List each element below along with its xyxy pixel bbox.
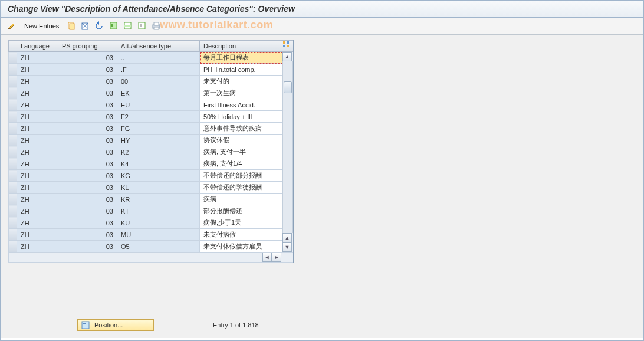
data-grid[interactable]: Language PS grouping Att./absence type D…	[8, 40, 293, 263]
cell-description[interactable]: First Illness Accid.	[200, 99, 282, 111]
cell-ps-grouping[interactable]: 03	[58, 52, 117, 64]
cell-language[interactable]: ZH	[17, 52, 58, 64]
cell-ps-grouping[interactable]: 03	[58, 123, 117, 135]
table-row[interactable]: ZH03KG不带偿还的部分报酬	[9, 170, 293, 182]
table-row[interactable]: ZH03.FPH illn.total comp.	[9, 64, 293, 76]
cell-language[interactable]: ZH	[17, 111, 58, 123]
cell-att-type[interactable]: O5	[117, 241, 200, 253]
cell-att-type[interactable]: EU	[117, 99, 200, 111]
cell-description[interactable]: 疾病, 支付1/4	[200, 158, 282, 170]
cell-language[interactable]: ZH	[17, 158, 58, 170]
cell-language[interactable]: ZH	[17, 135, 58, 146]
cell-description[interactable]: 疾病	[200, 194, 282, 205]
cell-att-type[interactable]: ..	[117, 52, 200, 64]
table-row[interactable]: ZH03KT部分报酬偿还	[9, 205, 293, 217]
cell-language[interactable]: ZH	[17, 87, 58, 99]
cell-ps-grouping[interactable]: 03	[58, 146, 117, 158]
cell-att-type[interactable]: KL	[117, 182, 200, 194]
row-selector[interactable]	[9, 158, 17, 170]
select-block-icon[interactable]	[123, 21, 133, 31]
copy-as-icon[interactable]	[66, 21, 77, 31]
cell-att-type[interactable]: .F	[117, 64, 200, 76]
cell-language[interactable]: ZH	[17, 194, 58, 205]
table-row[interactable]: ZH0300未支付的	[9, 76, 293, 87]
cell-description[interactable]: 意外事件导致的疾病	[200, 123, 282, 135]
table-row[interactable]: ZH03K4疾病, 支付1/4	[9, 158, 293, 170]
cell-ps-grouping[interactable]: 03	[58, 229, 117, 241]
row-selector[interactable]	[9, 241, 17, 253]
cell-description[interactable]: 不带偿还的学徒报酬	[200, 182, 282, 194]
cell-ps-grouping[interactable]: 03	[58, 135, 117, 146]
cell-description[interactable]: 部分报酬偿还	[200, 205, 282, 217]
cell-ps-grouping[interactable]: 03	[58, 182, 117, 194]
cell-ps-grouping[interactable]: 03	[58, 111, 117, 123]
cell-att-type[interactable]: MU	[117, 229, 200, 241]
cell-att-type[interactable]: KU	[117, 217, 200, 229]
cell-ps-grouping[interactable]: 03	[58, 76, 117, 87]
row-selector[interactable]	[9, 170, 17, 182]
cell-ps-grouping[interactable]: 03	[58, 64, 117, 76]
cell-ps-grouping[interactable]: 03	[58, 217, 117, 229]
row-selector[interactable]	[9, 217, 17, 229]
table-row[interactable]: ZH03K2疾病, 支付一半	[9, 146, 293, 158]
row-selector[interactable]	[9, 123, 17, 135]
table-row[interactable]: ZH03F2 50% Holiday + Ill	[9, 111, 293, 123]
deselect-all-icon[interactable]	[137, 21, 147, 31]
cell-language[interactable]: ZH	[17, 229, 58, 241]
table-row[interactable]: ZH03FG意外事件导致的疾病	[9, 123, 293, 135]
scroll-down-icon[interactable]: ▲	[282, 233, 292, 242]
table-row[interactable]: ZH03KU病假,少于1天	[9, 217, 293, 229]
cell-att-type[interactable]: 00	[117, 76, 200, 87]
table-row[interactable]: ZH03MU未支付病假	[9, 229, 293, 241]
cell-description[interactable]: 疾病, 支付一半	[200, 146, 282, 158]
col-header-description[interactable]: Description	[200, 41, 282, 52]
cell-ps-grouping[interactable]: 03	[58, 241, 117, 253]
cell-att-type[interactable]: HY	[117, 135, 200, 146]
delete-icon[interactable]	[80, 21, 91, 31]
row-selector[interactable]	[9, 135, 17, 146]
row-selector[interactable]	[9, 87, 17, 99]
cell-ps-grouping[interactable]: 03	[58, 205, 117, 217]
row-selector[interactable]	[9, 76, 17, 87]
row-selector[interactable]	[9, 205, 17, 217]
table-row[interactable]: ZH03KL不带偿还的学徒报酬	[9, 182, 293, 194]
cell-language[interactable]: ZH	[17, 170, 58, 182]
cell-ps-grouping[interactable]: 03	[58, 99, 117, 111]
cell-att-type[interactable]: KT	[117, 205, 200, 217]
row-selector[interactable]	[9, 64, 17, 76]
table-row[interactable]: ZH03HY协议休假	[9, 135, 293, 146]
row-selector[interactable]	[9, 111, 17, 123]
cell-ps-grouping[interactable]: 03	[58, 170, 117, 182]
cell-language[interactable]: ZH	[17, 146, 58, 158]
toggle-display-change-icon[interactable]	[6, 21, 17, 31]
cell-ps-grouping[interactable]: 03	[58, 87, 117, 99]
cell-att-type[interactable]: F2	[117, 111, 200, 123]
cell-description[interactable]: PH illn.total comp.	[200, 64, 282, 76]
cell-description[interactable]: 不带偿还的部分报酬	[200, 170, 282, 182]
cell-description[interactable]: 每月工作日程表	[200, 52, 282, 64]
cell-language[interactable]: ZH	[17, 182, 58, 194]
table-row[interactable]: ZH03EK第一次生病	[9, 87, 293, 99]
cell-description[interactable]: 未支付休假借方雇员	[200, 241, 282, 253]
scroll-right-icon[interactable]: ►	[272, 253, 281, 262]
cell-language[interactable]: ZH	[17, 76, 58, 87]
cell-att-type[interactable]: FG	[117, 123, 200, 135]
cell-att-type[interactable]: EK	[117, 87, 200, 99]
col-header-att-type[interactable]: Att./absence type	[117, 41, 200, 52]
print-icon[interactable]	[151, 21, 162, 31]
cell-language[interactable]: ZH	[17, 205, 58, 217]
cell-att-type[interactable]: KR	[117, 194, 200, 205]
scroll-down-icon[interactable]: ▼	[282, 242, 292, 252]
table-row[interactable]: ZH03O5未支付休假借方雇员	[9, 241, 293, 253]
cell-language[interactable]: ZH	[17, 241, 58, 253]
cell-description[interactable]: 协议休假	[200, 135, 282, 146]
select-all-icon[interactable]	[109, 21, 119, 31]
cell-description[interactable]: 未支付的	[200, 76, 282, 87]
col-header-language[interactable]: Language	[17, 41, 58, 52]
cell-language[interactable]: ZH	[17, 64, 58, 76]
cell-att-type[interactable]: K4	[117, 158, 200, 170]
cell-ps-grouping[interactable]: 03	[58, 158, 117, 170]
row-selector[interactable]	[9, 182, 17, 194]
cell-description[interactable]: 第一次生病	[200, 87, 282, 99]
row-selector[interactable]	[9, 194, 17, 205]
